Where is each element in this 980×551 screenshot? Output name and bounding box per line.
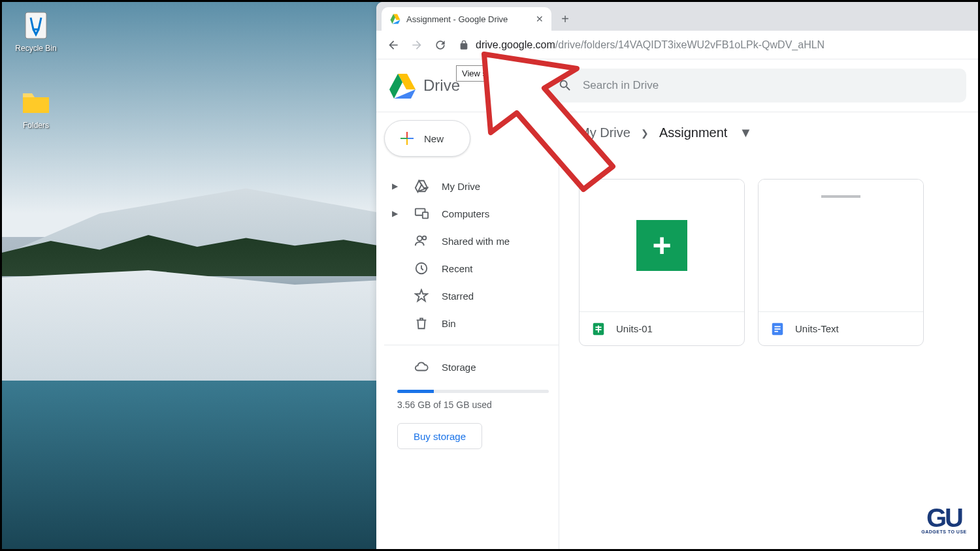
desktop-icon-folders[interactable]: Folders [10,87,62,130]
expand-icon[interactable]: ▶ [392,181,401,191]
url-path: /drive/folders/14VAQIDT3ixeWU2vFB1oLPk-Q… [555,39,825,51]
browser-tab[interactable]: Assignment - Google Drive ✕ [382,7,551,31]
people-icon [414,234,429,248]
cloud-icon [414,360,429,374]
svg-rect-13 [774,330,778,332]
back-button[interactable] [383,35,404,55]
svg-rect-11 [774,326,780,327]
lock-icon[interactable] [459,40,469,50]
file-preview: + [580,180,744,311]
file-preview [759,180,923,311]
watermark-brand: GU [926,506,962,529]
drive-product-name: Drive [423,76,460,95]
breadcrumb-current[interactable]: Assignment [659,125,728,140]
forward-button [406,35,427,55]
drive-logo-icon[interactable] [388,72,417,99]
new-button-label: New [424,133,444,144]
arrow-left-icon [387,39,400,52]
sidebar-item-shared[interactable]: Shared with me [384,227,559,255]
file-name: Units-01 [616,323,653,334]
close-tab-icon[interactable]: ✕ [536,14,544,24]
tab-title: Assignment - Google Drive [406,14,508,24]
sidebar-item-label: Starred [442,291,474,302]
search-input[interactable]: Search in Drive [546,69,966,102]
new-tab-button[interactable]: + [551,7,579,31]
sheets-icon [591,322,606,336]
sidebar-item-computers[interactable]: ▶ Computers [384,200,559,227]
svg-point-4 [423,236,427,240]
buy-storage-button[interactable]: Buy storage [397,423,482,449]
url-input[interactable]: drive.google.com/drive/folders/14VAQIDT3… [459,39,972,51]
expand-icon[interactable]: ▶ [392,209,401,218]
plus-icon [399,131,415,146]
sidebar-item-label: Recent [442,263,473,274]
watermark-sub: GADGETS TO USE [921,529,967,534]
search-icon [558,78,572,93]
svg-rect-12 [774,328,780,330]
tab-strip: Assignment - Google Drive ✕ + [376,2,978,31]
sidebar-item-starred[interactable]: Starred [384,282,559,309]
reload-button[interactable] [430,35,451,55]
sidebar-item-my-drive[interactable]: ▶ My Drive [384,172,559,200]
search-placeholder: Search in Drive [583,79,659,92]
desktop-icon-recycle-bin[interactable]: Recycle Bin [10,10,62,53]
sidebar-item-bin[interactable]: Bin [384,309,559,337]
url-domain: drive.google.com [476,39,555,51]
sheets-preview-icon: + [636,220,687,271]
storage-usage-text: 3.56 GB of 15 GB used [397,400,559,410]
sidebar: New ▶ My Drive ▶ Computers Shared with m… [376,112,559,549]
folder-icon [20,87,52,118]
breadcrumb-root[interactable]: My Drive [579,125,630,140]
sidebar-item-label: Computers [442,208,489,219]
file-name: Units-Text [795,323,839,334]
files-section-label: Files [579,156,958,167]
sidebar-item-label: Bin [442,318,456,329]
clock-icon [414,261,429,276]
storage-progress-bar [397,390,549,393]
sidebar-item-label: My Drive [442,181,480,192]
docs-preview-placeholder [821,195,860,198]
breadcrumb: My Drive ❯ Assignment ▼ [579,125,958,140]
desktop-icon-label: Folders [23,121,49,130]
arrow-right-icon [410,39,423,52]
star-icon [414,289,429,303]
watermark: GU GADGETS TO USE [918,506,970,544]
svg-rect-2 [423,212,428,218]
sidebar-item-storage[interactable]: Storage [384,353,559,381]
dropdown-icon[interactable]: ▼ [739,125,752,140]
sidebar-item-label: Storage [442,362,476,373]
drive-favicon-icon [389,13,401,25]
chevron-right-icon: ❯ [641,128,649,138]
svg-rect-9 [598,325,599,332]
new-button[interactable]: New [384,120,470,157]
sidebar-item-recent[interactable]: Recent [384,255,559,282]
svg-point-3 [417,236,422,241]
sidebar-item-label: Shared with me [442,236,510,247]
computers-icon [414,206,429,221]
drive-icon [414,179,429,193]
desktop-icon-label: Recycle Bin [15,44,56,53]
address-bar: drive.google.com/drive/folders/14VAQIDT3… [376,31,978,59]
docs-icon [770,322,785,336]
file-card[interactable]: + Units-01 [579,179,745,346]
content-area: My Drive ❯ Assignment ▼ Files + Units-01 [559,112,978,549]
browser-window: Assignment - Google Drive ✕ + drive.goog… [376,2,978,549]
recycle-bin-icon [20,10,52,41]
reload-icon [434,39,447,52]
sidebar-divider [384,345,559,345]
site-info-tooltip: View site information [456,65,546,82]
file-card[interactable]: Units-Text [758,179,924,346]
trash-icon [414,316,429,330]
